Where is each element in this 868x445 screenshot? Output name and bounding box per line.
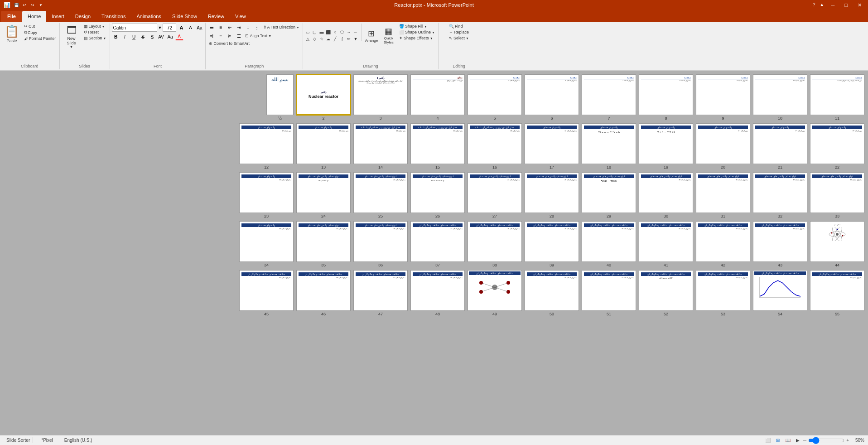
slide-item-43[interactable]: شکافت هسته ای: شکافت و چگونگی آن محتوای …	[753, 221, 807, 267]
slide-thumb-16[interactable]: فصل اول: نورترون و بر خصائص آن با ماده م…	[468, 123, 522, 164]
slide-sorter-btn[interactable]: ⊞	[774, 437, 781, 443]
close-btn[interactable]: ✕	[855, 2, 864, 8]
font-name-dropdown[interactable]: ▼	[158, 25, 162, 30]
slide-thumb-33[interactable]: انواع مختلف واکنش های هسته ای محتوای اسل…	[810, 172, 864, 213]
pixel-tab[interactable]: *Pixel	[39, 437, 56, 443]
align-text-button[interactable]: ⊡ Align Text ▼	[244, 33, 273, 39]
slide-item-51[interactable]: شکافت هسته ای: شکافت و چگونگی آن محتوای …	[582, 270, 636, 316]
rect-shape[interactable]: ▭	[305, 29, 311, 35]
convert-smartart-button[interactable]: ⊛ Convert to SmartArt	[207, 41, 251, 46]
slide-item-41[interactable]: شکافت هسته ای: شکافت و چگونگی آن محتوای …	[639, 221, 693, 267]
slide-thumb-28[interactable]: انواع مختلف واکنش های هسته ای محتوای اسل…	[525, 172, 579, 213]
slide-item-54[interactable]: شکافت هسته ای: شکافت و چگونگی آن 54	[753, 270, 807, 316]
ribbon-toggle-btn[interactable]: ▲	[820, 2, 824, 8]
slide-thumb-44[interactable]: شکل اتم	[810, 221, 864, 262]
new-slide-button[interactable]: 🗔 New Slide ▼	[62, 24, 82, 49]
slide-thumb-1[interactable]: بسم الله	[266, 74, 294, 115]
text-direction-button[interactable]: ⇕A Text Direction ▼	[262, 24, 300, 30]
slide-item-36[interactable]: انواع مختلف واکنش های هسته ای محتوای اسل…	[353, 221, 408, 267]
slide-item-21[interactable]: واکنشهای هسته ای متن اسلاید ۲۱ 21	[753, 123, 807, 169]
triangle-shape[interactable]: △	[305, 36, 311, 42]
align-left-btn[interactable]: ⫷	[207, 32, 216, 39]
section-button[interactable]: ▤ Section ▼	[82, 35, 108, 41]
slide-thumb-53[interactable]: شکافت هسته ای: شکافت و چگونگی آن محتوای …	[696, 270, 750, 311]
slide-item-29[interactable]: انواع مختلف واکنش های هسته ای ⁴D+D → ³He…	[582, 172, 636, 218]
slide-item-39[interactable]: شکافت هسته ای: شکافت و چگونگی آن محتوای …	[525, 221, 579, 267]
slide-thumb-2[interactable]: راکتور Nuclear reactor	[296, 74, 351, 115]
justify-btn[interactable]: ☰	[235, 32, 243, 39]
slide-thumb-8[interactable]: مقدمه محتوای اسلاید 8	[639, 74, 693, 115]
slide-thumb-50[interactable]: شکافت هسته ای: شکافت و چگونگی آن محتوای …	[525, 270, 579, 311]
shape-effects-button[interactable]: ✦ Shape Effects ▼	[398, 35, 436, 41]
slide-thumb-29[interactable]: انواع مختلف واکنش های هسته ای ⁴D+D → ³He…	[582, 172, 636, 213]
slide-thumb-19[interactable]: واکنشهای هسته ای ᴬX + n → ᴬ⁺¹Y + b	[639, 123, 693, 164]
tab-animations[interactable]: Animations	[131, 11, 166, 22]
font-name-input[interactable]	[112, 24, 157, 32]
shape-fill-dropdown[interactable]: ▼	[424, 25, 427, 28]
pentagon-shape[interactable]: ⬠	[339, 29, 345, 35]
slide-thumb-49[interactable]: شکافت هسته ای: شکافت و چگونگی آن	[468, 270, 522, 311]
slide-thumb-35[interactable]: انواع مختلف واکنش های هسته ای محتوای اسل…	[296, 221, 351, 262]
curve-shape[interactable]: ∫	[339, 36, 345, 42]
underline-btn[interactable]: U	[130, 33, 138, 40]
shape-effects-dropdown[interactable]: ▼	[430, 37, 433, 40]
slide-item-8[interactable]: مقدمه محتوای اسلاید 8 8	[639, 74, 693, 121]
slide-item-22[interactable]: واکنشهای هسته ای متن اسلاید ۲۲ 22	[810, 123, 864, 169]
shape-outline-dropdown[interactable]: ▼	[432, 31, 435, 34]
slide-item-12[interactable]: واکنشهای هسته ای متن اسلاید 12 12	[239, 123, 294, 169]
normal-view-btn[interactable]: ⬜	[763, 437, 772, 443]
format-painter-button[interactable]: 🖌 Format Painter	[23, 36, 58, 41]
slide-thumb-12[interactable]: واکنشهای هسته ای متن اسلاید 12	[239, 123, 294, 164]
line-spacing-btn[interactable]: ↕	[244, 24, 252, 31]
slide-thumb-40[interactable]: شکافت هسته ای: شکافت و چگونگی آن محتوای …	[582, 221, 636, 262]
font-size-up[interactable]: A	[177, 24, 185, 31]
select-dropdown[interactable]: ▼	[466, 37, 469, 40]
slide-thumb-17[interactable]: واکنشهای هسته ای محتوای اسلاید 17	[525, 123, 579, 164]
strikethrough-btn[interactable]: S	[139, 33, 147, 40]
slide-item-11[interactable]: مقدمه متن اسلاید یازدهم با محتوای مقدمه …	[810, 74, 864, 121]
cloud-shape[interactable]: ☁	[325, 36, 332, 42]
slide-thumb-13[interactable]: واکنشهای هسته ای متن اسلاید 13	[296, 123, 351, 164]
slide-item-10[interactable]: مقدمه محتوای اسلاید 10 10	[753, 74, 807, 121]
align-text-dropdown[interactable]: ▼	[268, 34, 271, 38]
slide-item-52[interactable]: شکافت هسته ای: شکافت و چگونگی آن ²³⁵U+n→…	[639, 270, 693, 316]
slide-item-17[interactable]: واکنشهای هسته ای محتوای اسلاید 17 17	[525, 123, 579, 169]
slide-item-34[interactable]: واکنشهای هسته ای محتوای اسلاید 34 34	[239, 221, 294, 267]
slide-thumb-37[interactable]: شکافت هسته ای: شکافت و چگونگی آن محتوای …	[410, 221, 465, 262]
tab-insert[interactable]: Insert	[46, 11, 70, 22]
slide-thumb-46[interactable]: شکافت هسته ای: شکافت و چگونگی آن محتوای …	[296, 270, 351, 311]
decrease-indent-btn[interactable]: ⇤	[226, 24, 234, 31]
font-size-down[interactable]: A	[186, 24, 194, 31]
slide-item-37[interactable]: شکافت هسته ای: شکافت و چگونگی آن محتوای …	[410, 221, 465, 267]
slide-item-7[interactable]: مقدمه محتوای اسلاید 7 7	[582, 74, 636, 121]
slide-item-6[interactable]: مقدمه محتوای اسلاید 6 6	[525, 74, 579, 121]
tab-slideshow[interactable]: Slide Show	[167, 11, 203, 22]
slide-item-4[interactable]: منابع فهرست منابع و مراجع 4	[410, 74, 465, 121]
slide-thumb-3[interactable]: رآکتور 1 • یک رآکتور هسته‌ای دستگاهی است…	[353, 74, 408, 115]
reading-view-btn[interactable]: 📖	[783, 437, 792, 443]
tab-review[interactable]: Review	[203, 11, 230, 22]
slide-thumb-34[interactable]: واکنشهای هسته ای محتوای اسلاید 34	[239, 221, 294, 262]
tab-home[interactable]: Home	[22, 11, 46, 22]
paste-button[interactable]: 📋 Paste	[2, 24, 22, 44]
slide-thumb-4[interactable]: منابع فهرست منابع و مراجع	[410, 74, 465, 115]
slide-item-32[interactable]: انواع مختلف واکنش های هسته ای محتوای اسل…	[753, 172, 807, 218]
slide-item-33[interactable]: انواع مختلف واکنش های هسته ای محتوای اسل…	[810, 172, 864, 218]
slide-item-25[interactable]: انواع مختلف واکنش های هسته ای محتوای اسل…	[353, 172, 408, 218]
slide-thumb-23[interactable]: واکنشهای هسته ای محتوای اسلاید 23	[239, 172, 294, 213]
undo-icon[interactable]: ↩	[21, 2, 28, 8]
section-dropdown[interactable]: ▼	[103, 37, 106, 40]
slides-panel[interactable]: مقدمه متن اسلاید یازدهم با محتوای مقدمه …	[0, 71, 868, 435]
shadow-btn[interactable]: S	[148, 33, 156, 40]
slide-thumb-15[interactable]: فصل اول: نورترون و بر خصائص آن با ماده م…	[410, 123, 465, 164]
slide-thumb-47[interactable]: شکافت هسته ای: شکافت و چگونگی آن محتوای …	[353, 270, 408, 311]
font-color-btn[interactable]: A	[175, 33, 183, 40]
slide-thumb-43[interactable]: شکافت هسته ای: شکافت و چگونگی آن محتوای …	[753, 221, 807, 262]
slide-item-23[interactable]: واکنشهای هسته ای محتوای اسلاید 23 23	[239, 172, 294, 218]
slide-thumb-25[interactable]: انواع مختلف واکنش های هسته ای محتوای اسل…	[353, 172, 408, 213]
font-size-input[interactable]	[163, 24, 176, 32]
text-direction-dropdown[interactable]: ▼	[296, 26, 299, 29]
star-shape[interactable]: ☆	[318, 36, 325, 42]
numbering-btn[interactable]: ≡	[217, 24, 225, 31]
tab-transitions[interactable]: Transitions	[96, 11, 131, 22]
